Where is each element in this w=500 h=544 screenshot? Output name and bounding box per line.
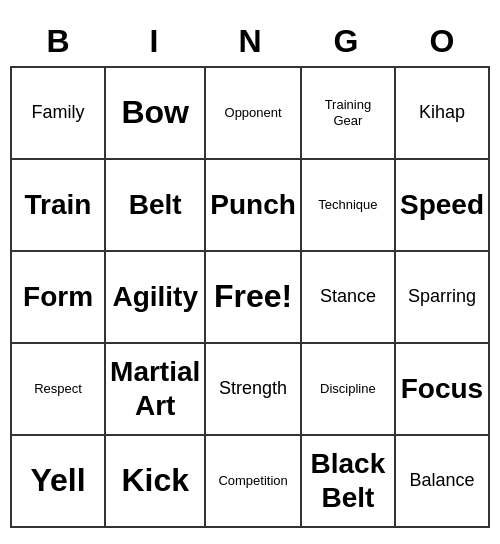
header-letter-I: I: [106, 17, 202, 66]
bingo-cell-17: Strength: [206, 344, 302, 436]
cell-text-0: Family: [32, 102, 85, 124]
cell-text-19: Focus: [401, 372, 483, 406]
header-letter-G: G: [298, 17, 394, 66]
bingo-cell-16: MartialArt: [106, 344, 206, 436]
cell-text-10: Form: [23, 280, 93, 314]
bingo-cell-14: Sparring: [396, 252, 490, 344]
cell-text-12: Free!: [214, 277, 292, 315]
bingo-cell-4: Kihap: [396, 68, 490, 160]
cell-text-11: Agility: [112, 280, 198, 314]
cell-text-5: Train: [25, 188, 92, 222]
bingo-cell-9: Speed: [396, 160, 490, 252]
bingo-grid: FamilyBowOpponentTrainingGearKihapTrainB…: [10, 66, 490, 528]
cell-text-23: BlackBelt: [311, 447, 386, 514]
cell-text-17: Strength: [219, 378, 287, 400]
header-letter-N: N: [202, 17, 298, 66]
bingo-cell-23: BlackBelt: [302, 436, 396, 528]
bingo-cell-21: Kick: [106, 436, 206, 528]
bingo-cell-3: TrainingGear: [302, 68, 396, 160]
bingo-cell-6: Belt: [106, 160, 206, 252]
bingo-cell-10: Form: [12, 252, 106, 344]
cell-text-22: Competition: [218, 473, 287, 489]
cell-text-3: TrainingGear: [325, 97, 371, 128]
cell-text-14: Sparring: [408, 286, 476, 308]
cell-text-9: Speed: [400, 188, 484, 222]
cell-text-24: Balance: [409, 470, 474, 492]
cell-text-1: Bow: [121, 93, 189, 131]
cell-text-8: Technique: [318, 197, 377, 213]
cell-text-4: Kihap: [419, 102, 465, 124]
cell-text-20: Yell: [30, 461, 85, 499]
bingo-cell-13: Stance: [302, 252, 396, 344]
bingo-cell-15: Respect: [12, 344, 106, 436]
cell-text-21: Kick: [121, 461, 189, 499]
bingo-cell-5: Train: [12, 160, 106, 252]
bingo-cell-22: Competition: [206, 436, 302, 528]
bingo-header: BINGO: [10, 17, 490, 66]
bingo-cell-11: Agility: [106, 252, 206, 344]
cell-text-7: Punch: [210, 188, 296, 222]
bingo-cell-1: Bow: [106, 68, 206, 160]
cell-text-15: Respect: [34, 381, 82, 397]
cell-text-13: Stance: [320, 286, 376, 308]
bingo-cell-0: Family: [12, 68, 106, 160]
header-letter-O: O: [394, 17, 490, 66]
bingo-cell-20: Yell: [12, 436, 106, 528]
bingo-cell-19: Focus: [396, 344, 490, 436]
bingo-board: BINGO FamilyBowOpponentTrainingGearKihap…: [10, 17, 490, 528]
cell-text-6: Belt: [129, 188, 182, 222]
cell-text-2: Opponent: [225, 105, 282, 121]
bingo-cell-2: Opponent: [206, 68, 302, 160]
cell-text-16: MartialArt: [110, 355, 200, 422]
bingo-cell-12: Free!: [206, 252, 302, 344]
cell-text-18: Discipline: [320, 381, 376, 397]
header-letter-B: B: [10, 17, 106, 66]
bingo-cell-18: Discipline: [302, 344, 396, 436]
bingo-cell-24: Balance: [396, 436, 490, 528]
bingo-cell-7: Punch: [206, 160, 302, 252]
bingo-cell-8: Technique: [302, 160, 396, 252]
